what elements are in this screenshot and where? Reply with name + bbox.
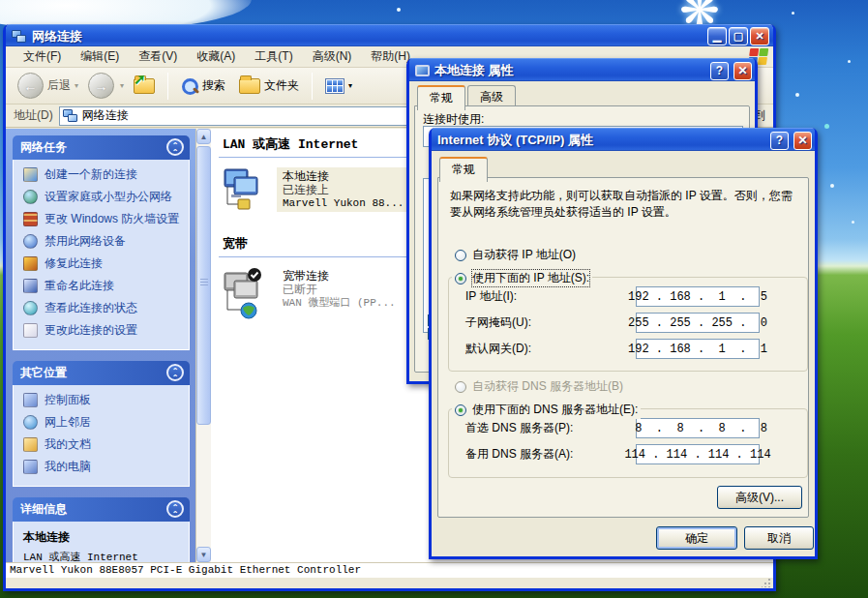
address-label: 地址(D) (14, 107, 53, 124)
place-network-neighborhood[interactable]: 网上邻居 (23, 415, 183, 430)
search-button[interactable]: 搜索 (177, 75, 229, 97)
subnet-mask-field[interactable]: 255 . 255 . 255 . 0 (636, 313, 760, 333)
toolbar-separator (167, 73, 168, 100)
menu-file[interactable]: 文件(F) (14, 46, 71, 67)
home-network-icon (23, 190, 38, 204)
place-control-panel[interactable]: 控制面板 (23, 393, 183, 407)
help-button[interactable]: ? (770, 132, 789, 150)
panel-title: 网络任务 (20, 139, 67, 156)
scrollbar-thumb[interactable] (196, 146, 211, 425)
collapse-chevron-icon[interactable]: ⌃⌃ (166, 500, 184, 518)
star-decoration (848, 60, 851, 63)
task-disable-device[interactable]: 禁用此网络设备 (23, 234, 183, 249)
scroll-down-icon[interactable]: ▼ (196, 547, 211, 562)
lan-connection-icon (223, 167, 267, 218)
task-pane-scrollbar[interactable]: ▲ ▼ (195, 129, 211, 562)
menu-tools[interactable]: 工具(T) (245, 46, 302, 67)
details-connection-type: LAN 或高速 Internet (23, 550, 183, 562)
forward-dropdown-icon[interactable]: ▾ (120, 81, 124, 90)
search-label: 搜索 (202, 77, 225, 94)
ok-button[interactable]: 确定 (656, 526, 737, 550)
forward-button[interactable]: → (88, 73, 114, 99)
panel-network-tasks-header[interactable]: 网络任务 ⌃⌃ (13, 135, 190, 160)
connection-device: Marvell Yukon 88... (283, 196, 404, 210)
task-change-settings[interactable]: 更改此连接的设置 (23, 323, 183, 338)
task-view-status[interactable]: 查看此连接的状态 (23, 301, 183, 315)
my-computer-icon (23, 460, 38, 474)
close-button[interactable]: ✕ (750, 27, 769, 45)
up-arrow-icon: ➚ (134, 71, 146, 88)
dialog-titlebar[interactable]: 本地连接 属性 ? ✕ (409, 58, 755, 81)
minimize-button[interactable]: ▁ (707, 27, 727, 45)
task-create-connection[interactable]: 创建一个新的连接 (23, 167, 183, 182)
task-rename-connection[interactable]: 重命名此连接 (23, 279, 183, 293)
place-my-computer[interactable]: 我的电脑 (23, 460, 183, 474)
preferred-dns-field[interactable]: 8 . 8 . 8 . 8 (636, 418, 760, 438)
tab-general[interactable]: 常规 (439, 157, 488, 182)
star-decoration (792, 12, 794, 15)
radio-disabled-icon (455, 381, 466, 393)
ip-address-label: IP 地址(I): (465, 288, 636, 305)
status-text: Marvell Yukon 88E8057 PCI-E Gigabit Ethe… (10, 564, 361, 576)
menu-advanced[interactable]: 高级(N) (303, 46, 362, 67)
preferred-dns-label: 首选 DNS 服务器(P): (465, 420, 636, 436)
default-gateway-label: 默认网关(D): (465, 341, 636, 357)
toolbar-separator (312, 73, 313, 100)
collapse-chevron-icon[interactable]: ⌃⌃ (166, 364, 184, 381)
tab-page: 如果网络支持此功能，则可以获取自动指派的 IP 设置。否则，您需要从网络系统管理… (437, 177, 809, 518)
task-repair-connection[interactable]: 修复此连接 (23, 256, 183, 271)
tab-general[interactable]: 常规 (417, 85, 465, 110)
resize-grip[interactable] (762, 578, 771, 587)
maximize-button[interactable]: ▢ (729, 27, 748, 45)
repair-wrench-icon (23, 256, 38, 271)
panel-other-places: 其它位置 ⌃⌃ 控制面板 网上邻居 我的文档 (13, 361, 190, 487)
radio-auto-ip[interactable]: 自动获得 IP 地址(O) (452, 246, 579, 264)
radio-icon (455, 250, 466, 261)
ip-address-field[interactable]: 192 . 168 . 1 . 5 (636, 286, 760, 307)
dialog-title: Internet 协议 (TCP/IP) 属性 (437, 132, 765, 149)
window-title: 网络连接 (32, 28, 82, 45)
radio-selected-icon (455, 404, 466, 416)
views-button[interactable]: ▾ (321, 76, 356, 96)
radio-use-dns[interactable]: 使用下面的 DNS 服务器地址(E): (452, 401, 641, 419)
search-icon (181, 77, 198, 95)
connection-properties-icon (415, 65, 430, 76)
star-decoration (852, 221, 854, 224)
menu-favorites[interactable]: 收藏(A) (187, 46, 245, 67)
default-gateway-field[interactable]: 192 . 168 . 1 . 1 (636, 339, 760, 359)
up-button[interactable]: ➚ (130, 76, 159, 96)
window-titlebar[interactable]: 网络连接 ▁ ▢ ✕ (6, 24, 773, 46)
panel-details-header[interactable]: 详细信息 ⌃⌃ (13, 497, 190, 522)
alternate-dns-field[interactable]: 114 . 114 . 114 . 114 (636, 444, 760, 464)
back-button[interactable]: ← 后退 ▾ (14, 71, 82, 101)
close-button[interactable]: ✕ (793, 132, 812, 150)
radio-auto-dns[interactable]: 自动获得 DNS 服务器地址(B) (452, 377, 626, 396)
rename-icon (23, 279, 38, 293)
radio-use-ip[interactable]: 使用下面的 IP 地址(S): (452, 269, 592, 287)
close-button[interactable]: ✕ (733, 62, 752, 80)
star-decoration (795, 93, 799, 97)
folders-button[interactable]: 文件夹 (235, 75, 303, 96)
task-change-firewall[interactable]: 更改 Windows 防火墙设置 (23, 212, 183, 226)
help-button[interactable]: ? (710, 62, 729, 80)
task-setup-home-network[interactable]: 设置家庭或小型办公网络 (23, 190, 183, 204)
dialog-titlebar[interactable]: Internet 协议 (TCP/IP) 属性 ? ✕ (432, 128, 815, 151)
folders-label: 文件夹 (264, 77, 299, 94)
connection-status: 已连接上 (283, 183, 404, 196)
scroll-up-icon[interactable]: ▲ (196, 129, 211, 144)
panel-other-places-header[interactable]: 其它位置 ⌃⌃ (13, 361, 190, 385)
views-icon (325, 78, 344, 94)
advanced-button[interactable]: 高级(V)... (717, 486, 802, 509)
folders-icon (239, 78, 260, 94)
menu-view[interactable]: 查看(V) (129, 46, 187, 67)
collapse-chevron-icon[interactable]: ⌃⌃ (166, 138, 184, 156)
menu-edit[interactable]: 编辑(E) (71, 46, 129, 67)
settings-doc-icon (23, 323, 38, 338)
control-panel-icon (23, 393, 38, 407)
firewall-icon (23, 212, 38, 226)
place-my-documents[interactable]: 我的文档 (23, 437, 183, 452)
cancel-button[interactable]: 取消 (744, 526, 814, 550)
connection-status: 已断开 (283, 283, 396, 296)
star-decoration (830, 184, 834, 188)
back-dropdown-icon[interactable]: ▾ (75, 81, 78, 90)
